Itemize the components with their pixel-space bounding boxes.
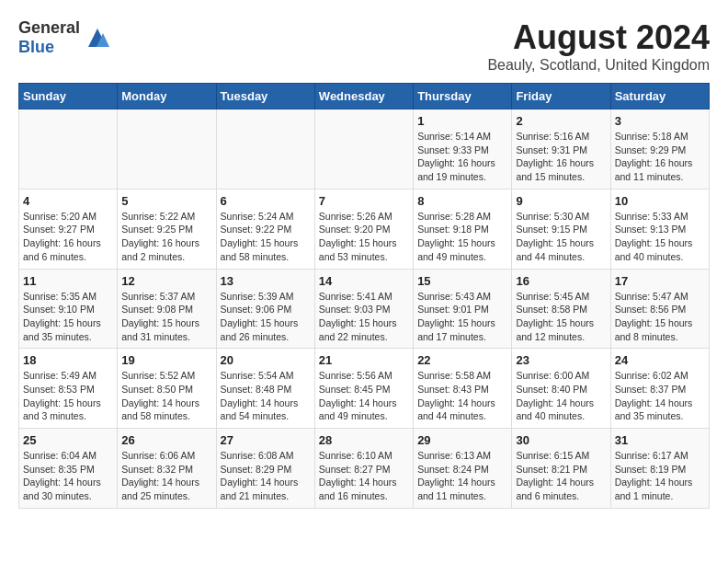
calendar-cell: 10Sunrise: 5:33 AM Sunset: 9:13 PM Dayli… [610, 189, 709, 269]
calendar-cell: 25Sunrise: 6:04 AM Sunset: 8:35 PM Dayli… [19, 429, 118, 509]
day-number: 5 [121, 194, 211, 208]
day-info: Sunrise: 6:17 AM Sunset: 8:19 PM Dayligh… [615, 450, 693, 501]
day-number: 27 [221, 433, 311, 447]
col-friday: Friday [512, 84, 610, 109]
calendar-cell: 2Sunrise: 5:16 AM Sunset: 9:31 PM Daylig… [512, 109, 610, 190]
day-number: 8 [417, 194, 507, 208]
calendar-week-3: 11Sunrise: 5:35 AM Sunset: 9:10 PM Dayli… [19, 269, 710, 349]
day-info: Sunrise: 5:45 AM Sunset: 8:58 PM Dayligh… [516, 291, 594, 342]
calendar-cell: 11Sunrise: 5:35 AM Sunset: 9:10 PM Dayli… [19, 269, 118, 349]
calendar-cell: 17Sunrise: 5:47 AM Sunset: 8:56 PM Dayli… [610, 269, 709, 349]
calendar-cell: 28Sunrise: 6:10 AM Sunset: 8:27 PM Dayli… [314, 429, 413, 509]
col-wednesday: Wednesday [314, 84, 413, 109]
day-info: Sunrise: 5:26 AM Sunset: 9:20 PM Dayligh… [319, 211, 397, 262]
day-info: Sunrise: 5:56 AM Sunset: 8:45 PM Dayligh… [319, 370, 397, 421]
day-number: 4 [23, 194, 113, 208]
day-number: 2 [516, 114, 606, 128]
calendar-cell: 5Sunrise: 5:22 AM Sunset: 9:25 PM Daylig… [118, 189, 216, 269]
day-number: 22 [417, 353, 507, 367]
calendar-cell: 13Sunrise: 5:39 AM Sunset: 9:06 PM Dayli… [216, 269, 314, 349]
calendar-cell: 21Sunrise: 5:56 AM Sunset: 8:45 PM Dayli… [314, 349, 413, 429]
calendar-cell: 24Sunrise: 6:02 AM Sunset: 8:37 PM Dayli… [610, 349, 709, 429]
calendar-cell: 20Sunrise: 5:54 AM Sunset: 8:48 PM Dayli… [216, 349, 314, 429]
day-number: 7 [319, 194, 409, 208]
calendar-cell: 31Sunrise: 6:17 AM Sunset: 8:19 PM Dayli… [610, 429, 709, 509]
calendar-week-2: 4Sunrise: 5:20 AM Sunset: 9:27 PM Daylig… [19, 189, 710, 269]
calendar-table: Sunday Monday Tuesday Wednesday Thursday… [18, 83, 710, 509]
calendar-cell: 19Sunrise: 5:52 AM Sunset: 8:50 PM Dayli… [118, 349, 216, 429]
calendar-cell: 6Sunrise: 5:24 AM Sunset: 9:22 PM Daylig… [216, 189, 314, 269]
day-info: Sunrise: 5:58 AM Sunset: 8:43 PM Dayligh… [417, 370, 495, 421]
subtitle: Beauly, Scotland, United Kingdom [487, 57, 710, 74]
calendar-cell: 30Sunrise: 6:15 AM Sunset: 8:21 PM Dayli… [512, 429, 610, 509]
day-info: Sunrise: 5:54 AM Sunset: 8:48 PM Dayligh… [221, 370, 299, 421]
day-number: 29 [417, 433, 507, 447]
day-info: Sunrise: 5:16 AM Sunset: 9:31 PM Dayligh… [516, 131, 594, 182]
day-number: 26 [121, 433, 211, 447]
day-number: 30 [516, 433, 606, 447]
day-info: Sunrise: 5:30 AM Sunset: 9:15 PM Dayligh… [516, 211, 594, 262]
day-number: 9 [516, 194, 606, 208]
day-number: 15 [417, 274, 507, 288]
calendar-cell: 22Sunrise: 5:58 AM Sunset: 8:43 PM Dayli… [414, 349, 512, 429]
calendar-cell: 23Sunrise: 6:00 AM Sunset: 8:40 PM Dayli… [512, 349, 610, 429]
day-info: Sunrise: 5:33 AM Sunset: 9:13 PM Dayligh… [615, 211, 693, 262]
col-thursday: Thursday [414, 84, 512, 109]
calendar-cell: 14Sunrise: 5:41 AM Sunset: 9:03 PM Dayli… [314, 269, 413, 349]
col-tuesday: Tuesday [216, 84, 314, 109]
calendar-week-1: 1Sunrise: 5:14 AM Sunset: 9:33 PM Daylig… [19, 109, 710, 190]
day-number: 1 [417, 114, 507, 128]
day-info: Sunrise: 6:06 AM Sunset: 8:32 PM Dayligh… [121, 450, 199, 501]
day-info: Sunrise: 5:43 AM Sunset: 9:01 PM Dayligh… [417, 291, 495, 342]
day-info: Sunrise: 6:08 AM Sunset: 8:29 PM Dayligh… [221, 450, 299, 501]
day-info: Sunrise: 6:04 AM Sunset: 8:35 PM Dayligh… [23, 450, 101, 501]
calendar-body: 1Sunrise: 5:14 AM Sunset: 9:33 PM Daylig… [19, 109, 710, 509]
day-info: Sunrise: 5:37 AM Sunset: 9:08 PM Dayligh… [121, 291, 199, 342]
day-number: 12 [121, 274, 211, 288]
day-info: Sunrise: 5:41 AM Sunset: 9:03 PM Dayligh… [319, 291, 397, 342]
day-info: Sunrise: 6:15 AM Sunset: 8:21 PM Dayligh… [516, 450, 594, 501]
calendar-week-4: 18Sunrise: 5:49 AM Sunset: 8:53 PM Dayli… [19, 349, 710, 429]
day-number: 18 [23, 353, 113, 367]
calendar-cell: 9Sunrise: 5:30 AM Sunset: 9:15 PM Daylig… [512, 189, 610, 269]
day-number: 3 [615, 114, 705, 128]
day-info: Sunrise: 5:52 AM Sunset: 8:50 PM Dayligh… [121, 370, 199, 421]
calendar-cell: 27Sunrise: 6:08 AM Sunset: 8:29 PM Dayli… [216, 429, 314, 509]
day-number: 28 [319, 433, 409, 447]
day-number: 16 [516, 274, 606, 288]
calendar-cell: 12Sunrise: 5:37 AM Sunset: 9:08 PM Dayli… [118, 269, 216, 349]
day-number: 20 [221, 353, 311, 367]
logo-icon [84, 24, 111, 52]
main-title: August 2024 [487, 18, 710, 57]
day-info: Sunrise: 6:02 AM Sunset: 8:37 PM Dayligh… [615, 370, 693, 421]
day-info: Sunrise: 6:00 AM Sunset: 8:40 PM Dayligh… [516, 370, 594, 421]
page-header: General Blue August 2024 Beauly, Scotlan… [18, 18, 710, 74]
calendar-cell: 18Sunrise: 5:49 AM Sunset: 8:53 PM Dayli… [19, 349, 118, 429]
calendar-header: Sunday Monday Tuesday Wednesday Thursday… [19, 84, 710, 109]
calendar-week-5: 25Sunrise: 6:04 AM Sunset: 8:35 PM Dayli… [19, 429, 710, 509]
calendar-cell: 1Sunrise: 5:14 AM Sunset: 9:33 PM Daylig… [414, 109, 512, 190]
day-info: Sunrise: 5:14 AM Sunset: 9:33 PM Dayligh… [417, 131, 495, 182]
calendar-cell: 16Sunrise: 5:45 AM Sunset: 8:58 PM Dayli… [512, 269, 610, 349]
calendar-cell: 15Sunrise: 5:43 AM Sunset: 9:01 PM Dayli… [414, 269, 512, 349]
calendar-cell [314, 109, 413, 190]
calendar-cell [118, 109, 216, 190]
calendar-cell: 7Sunrise: 5:26 AM Sunset: 9:20 PM Daylig… [314, 189, 413, 269]
header-row: Sunday Monday Tuesday Wednesday Thursday… [19, 84, 710, 109]
calendar-cell: 26Sunrise: 6:06 AM Sunset: 8:32 PM Dayli… [118, 429, 216, 509]
day-number: 31 [615, 433, 705, 447]
day-number: 17 [615, 274, 705, 288]
calendar-cell: 8Sunrise: 5:28 AM Sunset: 9:18 PM Daylig… [414, 189, 512, 269]
day-info: Sunrise: 6:13 AM Sunset: 8:24 PM Dayligh… [417, 450, 495, 501]
col-monday: Monday [118, 84, 216, 109]
day-info: Sunrise: 5:39 AM Sunset: 9:06 PM Dayligh… [221, 291, 299, 342]
col-sunday: Sunday [19, 84, 118, 109]
day-number: 21 [319, 353, 409, 367]
day-info: Sunrise: 5:24 AM Sunset: 9:22 PM Dayligh… [221, 211, 299, 262]
calendar-cell: 4Sunrise: 5:20 AM Sunset: 9:27 PM Daylig… [19, 189, 118, 269]
day-info: Sunrise: 5:49 AM Sunset: 8:53 PM Dayligh… [23, 370, 101, 421]
day-number: 24 [615, 353, 705, 367]
calendar-cell: 3Sunrise: 5:18 AM Sunset: 9:29 PM Daylig… [610, 109, 709, 190]
day-info: Sunrise: 5:20 AM Sunset: 9:27 PM Dayligh… [23, 211, 101, 262]
calendar-cell [19, 109, 118, 190]
